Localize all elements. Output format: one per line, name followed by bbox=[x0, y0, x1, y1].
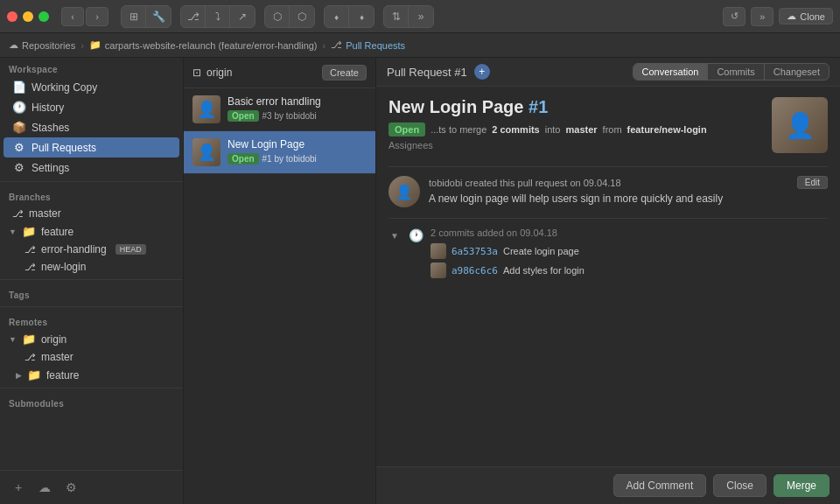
tab-changeset[interactable]: Changeset bbox=[765, 64, 829, 80]
pr-detail-header: Pull Request #1 + Conversation Commits C… bbox=[376, 58, 840, 87]
traffic-lights bbox=[7, 11, 49, 22]
pr-detail-footer: Add Comment Close Merge bbox=[376, 466, 840, 504]
pr-list-item[interactable]: 👤 Basic error handling Open #3 by tobido… bbox=[184, 88, 375, 131]
back-button[interactable]: ‹ bbox=[61, 7, 84, 26]
forward-button[interactable]: › bbox=[86, 7, 108, 26]
head-badge: HEAD bbox=[116, 244, 146, 255]
conv-action: created this pull request on bbox=[466, 178, 584, 188]
clock-icon: 🕐 bbox=[408, 228, 424, 243]
remote-feature[interactable]: ▶ 📁 feature bbox=[0, 366, 183, 384]
commits-content: 2 commits added on 09.04.18 6a53753a Cre… bbox=[430, 228, 828, 282]
toolbar-group-3: ⬡ ⬡ bbox=[264, 5, 315, 28]
pr2-status: Open bbox=[228, 153, 259, 164]
settings-icon: ⚙ bbox=[12, 161, 26, 174]
commit-row: 6a53753a Create login page bbox=[430, 243, 828, 259]
branch-error-handling-label: error-handling bbox=[41, 243, 107, 256]
workspace-section-label: Workspace bbox=[0, 58, 183, 77]
toolbar-group-4: ⬧ ⬧ bbox=[324, 5, 374, 28]
tab-commits[interactable]: Commits bbox=[708, 64, 764, 80]
toolbar-group-2: ⎇ ⤵ ↗ bbox=[180, 5, 256, 28]
sidebar-item-history[interactable]: 🕐 History bbox=[4, 97, 179, 117]
nav-buttons: ‹ › bbox=[61, 7, 108, 26]
fetch-icon[interactable]: ⬡ bbox=[265, 6, 290, 27]
repo-icon[interactable]: ⊞ bbox=[122, 6, 146, 27]
branch-error-handling[interactable]: ⎇ error-handling HEAD bbox=[0, 241, 183, 258]
tab-conversation[interactable]: Conversation bbox=[634, 64, 709, 80]
tag-icon[interactable]: ⬧ bbox=[325, 6, 349, 27]
branch-new-login[interactable]: ⎇ new-login bbox=[0, 258, 183, 276]
branch-group-feature[interactable]: ▼ 📁 feature bbox=[0, 222, 183, 241]
pr-title-text: New Login Page #1 Open ...ts to merge 2 … bbox=[388, 97, 761, 158]
add-pr-button[interactable]: + bbox=[474, 64, 490, 80]
tags-section-label: Tags bbox=[0, 284, 183, 303]
pull-icon[interactable]: ⇅ bbox=[384, 6, 409, 27]
more-icon[interactable]: » bbox=[409, 6, 433, 27]
rebase-icon[interactable]: ↗ bbox=[230, 6, 255, 27]
pr2-title: New Login Page bbox=[228, 138, 367, 150]
branch-master[interactable]: ⎇ master bbox=[0, 205, 183, 222]
close-window-button[interactable] bbox=[7, 11, 18, 22]
push-icon[interactable]: ⬡ bbox=[290, 6, 314, 27]
pr2-avatar: 👤 bbox=[192, 138, 220, 166]
sidebar: Workspace 📄 Working Copy 🕐 History 📦 Sta… bbox=[0, 58, 184, 504]
remote-master[interactable]: ⎇ master bbox=[0, 348, 183, 366]
stashes-icon: 📦 bbox=[12, 121, 26, 134]
cloud-bottom-icon[interactable]: ☁ bbox=[35, 478, 54, 497]
conversation-item: 👤 tobidobi created this pull request on … bbox=[388, 176, 828, 207]
commit-row: a986c6c6 Add styles for login bbox=[430, 262, 828, 278]
settings-bottom-button[interactable]: ⚙ bbox=[61, 478, 80, 497]
remote-origin[interactable]: ▼ 📁 origin bbox=[0, 330, 183, 348]
breadcrumb-repo[interactable]: carparts-website-relaunch (feature/error… bbox=[105, 40, 318, 51]
refresh-button[interactable]: ↺ bbox=[723, 7, 746, 26]
commit-avatar-1 bbox=[430, 243, 446, 259]
pr-status-row: Open ...ts to merge 2 commits into maste… bbox=[388, 122, 761, 136]
add-remote-button[interactable]: + bbox=[9, 478, 28, 497]
sidebar-item-settings[interactable]: ⚙ Settings bbox=[4, 158, 179, 178]
pr-icon: ⎇ bbox=[331, 39, 342, 51]
merge-button[interactable]: Merge bbox=[774, 474, 830, 497]
history-label: History bbox=[32, 102, 64, 114]
chevron-right-icon: ▶ bbox=[16, 371, 22, 380]
pr1-title: Basic error handling bbox=[228, 95, 367, 108]
clone-button[interactable]: ☁ Clone bbox=[779, 8, 833, 24]
pr1-status: Open bbox=[228, 110, 259, 122]
pr-title-section: New Login Page #1 Open ...ts to merge 2 … bbox=[388, 97, 828, 158]
close-pr-button[interactable]: Close bbox=[713, 474, 766, 497]
chevron-down-icon-remotes: ▼ bbox=[9, 335, 17, 344]
create-pr-button[interactable]: Create bbox=[322, 65, 367, 80]
sidebar-item-pull-requests[interactable]: ⚙ Pull Requests bbox=[4, 137, 179, 158]
pull-requests-icon: ⚙ bbox=[12, 141, 26, 154]
branch-icon[interactable]: ⎇ bbox=[181, 6, 206, 27]
branch-feature-label: feature bbox=[41, 226, 74, 238]
breadcrumb-repositories[interactable]: Repositories bbox=[22, 40, 75, 51]
tool-icon[interactable]: 🔧 bbox=[146, 6, 171, 27]
commits-header: 2 commits added on 09.04.18 bbox=[430, 228, 828, 238]
more-button[interactable]: » bbox=[751, 7, 774, 26]
commits-toggle[interactable]: ▼ bbox=[388, 229, 401, 242]
pull-requests-label: Pull Requests bbox=[32, 142, 96, 154]
breadcrumb-section[interactable]: Pull Requests bbox=[346, 40, 405, 51]
remote-origin-label: origin bbox=[41, 333, 66, 346]
working-copy-label: Working Copy bbox=[32, 81, 97, 94]
pr-header-title-row: Pull Request #1 + bbox=[387, 64, 490, 80]
sidebar-item-stashes[interactable]: 📦 Stashes bbox=[4, 117, 179, 137]
minimize-window-button[interactable] bbox=[23, 11, 33, 22]
pr-divider-2 bbox=[388, 218, 828, 219]
edit-button[interactable]: Edit bbox=[797, 176, 828, 189]
conv-body: tobidobi created this pull request on 09… bbox=[429, 176, 828, 207]
add-comment-button[interactable]: Add Comment bbox=[613, 474, 707, 497]
merge-icon[interactable]: ⤵ bbox=[206, 6, 230, 27]
commits-section: ▼ 🕐 2 commits added on 09.04.18 6a53753a… bbox=[388, 228, 828, 282]
pr-from-label: from bbox=[603, 124, 622, 135]
pr1-info: Basic error handling Open #3 by tobidobi bbox=[228, 95, 367, 122]
commit-hash-1: 6a53753a bbox=[452, 246, 498, 257]
commit-hash-2: a986c6c6 bbox=[452, 265, 498, 276]
folder-icon: 📁 bbox=[22, 225, 36, 238]
flag-icon[interactable]: ⬧ bbox=[349, 6, 374, 27]
branch-icon-new-login: ⎇ bbox=[24, 262, 36, 273]
pr-status-desc: ...ts to merge bbox=[430, 124, 486, 135]
pr-divider-1 bbox=[388, 166, 828, 167]
zoom-window-button[interactable] bbox=[38, 11, 49, 22]
sidebar-item-working-copy[interactable]: 📄 Working Copy bbox=[4, 77, 179, 97]
pr-list-item-active[interactable]: 👤 New Login Page Open #1 by tobidobi bbox=[184, 131, 375, 174]
